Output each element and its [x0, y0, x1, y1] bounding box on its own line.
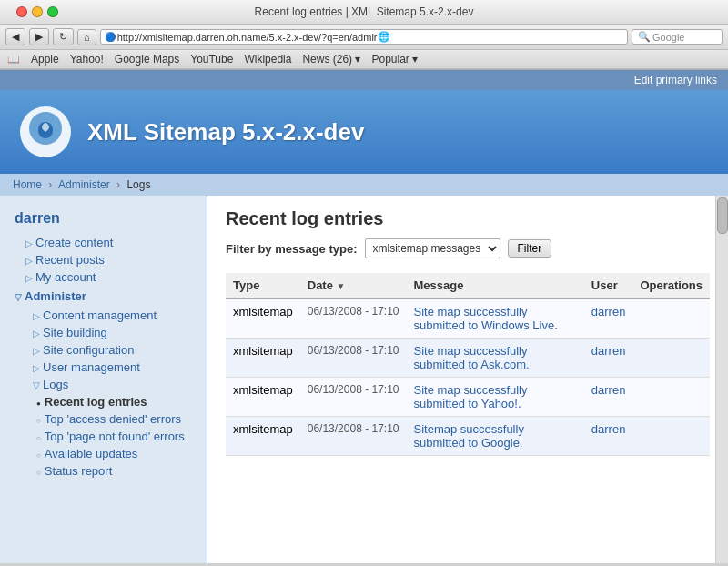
bookmark-news[interactable]: News (26) ▾ — [302, 53, 360, 66]
administer-triangle: ▽ — [15, 292, 22, 302]
search-bar[interactable]: 🔍 Google — [632, 29, 723, 45]
filter-bar: Filter by message type: xmlsitemap messa… — [226, 238, 710, 258]
table-row: xmlsitemap 06/13/2008 - 17:10 Sitemap su… — [226, 417, 710, 456]
page-title: Recent log entries — [226, 208, 710, 229]
cell-operations — [632, 417, 710, 456]
sidebar-logs[interactable]: ▽Logs — [15, 376, 207, 393]
message-link[interactable]: Site map successfully submitted to Windo… — [414, 305, 558, 332]
title-bar: Recent log entries | XML Sitemap 5.x-2.x… — [0, 0, 728, 25]
cell-date: 06/13/2008 - 17:10 — [300, 378, 407, 417]
drupal-logo — [18, 105, 73, 159]
table-row: xmlsitemap 06/13/2008 - 17:10 Site map s… — [226, 339, 710, 378]
cell-type: xmlsitemap — [226, 339, 300, 378]
cell-message: Site map successfully submitted to Windo… — [407, 298, 584, 339]
bookmark-youtube[interactable]: YouTube — [190, 53, 233, 66]
close-button[interactable] — [16, 6, 27, 17]
sidebar-recent-posts[interactable]: ▷Recent posts — [7, 251, 207, 268]
breadcrumb-logs: Logs — [126, 178, 150, 191]
content-area: Recent log entries Filter by message typ… — [207, 196, 728, 469]
sort-arrow: ▼ — [337, 281, 346, 291]
sidebar: darren ▷Create content ▷Recent posts ▷My… — [0, 196, 207, 563]
search-placeholder: Google — [652, 32, 684, 43]
window-controls — [16, 6, 58, 17]
filter-button[interactable]: Filter — [508, 239, 552, 258]
message-link[interactable]: Sitemap successfully submitted to Google… — [414, 422, 524, 450]
sidebar-page-not-found[interactable]: ○Top 'page not found' errors — [33, 428, 207, 445]
content-wrapper: Recent log entries Filter by message typ… — [207, 196, 728, 563]
bookmark-google-maps[interactable]: Google Maps — [115, 53, 179, 66]
cell-type: xmlsitemap — [226, 417, 300, 456]
sidebar-content-management[interactable]: ▷Content management — [15, 307, 207, 324]
user-link[interactable]: darren — [592, 344, 626, 358]
table-row: xmlsitemap 06/13/2008 - 17:10 Site map s… — [226, 378, 710, 417]
cell-type: xmlsitemap — [226, 378, 300, 417]
address-icon: 🔵 — [105, 32, 116, 42]
reload-button[interactable]: ↻ — [53, 28, 74, 45]
bookmark-apple[interactable]: Apple — [31, 53, 59, 66]
home-button[interactable]: ⌂ — [77, 29, 96, 45]
maximize-button[interactable] — [47, 6, 58, 17]
cell-user: darren — [584, 298, 633, 339]
breadcrumb-administer[interactable]: Administer — [58, 178, 110, 191]
sidebar-access-denied[interactable]: ○Top 'access denied' errors — [33, 410, 207, 428]
cell-type: xmlsitemap — [226, 298, 300, 339]
back-button[interactable]: ◀ — [5, 28, 25, 45]
cell-message: Site map successfully submitted to Yahoo… — [407, 378, 584, 417]
site-title: XML Sitemap 5.x-2.x-dev — [87, 118, 364, 147]
user-link[interactable]: darren — [592, 305, 626, 318]
browser-chrome: Recent log entries | XML Sitemap 5.x-2.x… — [0, 0, 728, 70]
forward-button[interactable]: ▶ — [29, 28, 49, 45]
site-header: XML Sitemap 5.x-2.x-dev — [0, 90, 728, 174]
sidebar-my-account[interactable]: ▷My account — [7, 268, 207, 286]
bookmark-wikipedia[interactable]: Wikipedia — [244, 53, 291, 66]
bookmark-popular[interactable]: Popular ▾ — [371, 53, 418, 66]
col-date[interactable]: Date ▼ — [300, 273, 407, 298]
col-user: User — [584, 273, 633, 298]
message-link[interactable]: Site map successfully submitted to Ask.c… — [414, 344, 530, 371]
sidebar-site-building[interactable]: ▷Site building — [15, 324, 207, 341]
sidebar-available-updates[interactable]: ○Available updates — [33, 445, 207, 462]
col-type: Type — [226, 273, 300, 298]
sidebar-site-configuration[interactable]: ▷Site configuration — [15, 341, 207, 359]
breadcrumb-home[interactable]: Home — [13, 178, 42, 191]
scrollbar-track[interactable] — [715, 196, 728, 563]
top-admin-bar: Edit primary links — [0, 70, 728, 90]
address-favicon: 🌐 — [378, 31, 390, 43]
col-operations: Operations — [632, 273, 710, 298]
cell-user: darren — [584, 417, 633, 456]
minimize-button[interactable] — [32, 6, 43, 17]
col-message: Message — [407, 273, 584, 298]
user-link[interactable]: darren — [592, 422, 626, 436]
page-wrapper: Edit primary links XML Sitemap 5.x-2.x-d… — [0, 70, 728, 563]
filter-select[interactable]: xmlsitemap messages — [365, 238, 500, 258]
bookmark-icon: 📖 — [7, 54, 20, 66]
user-link[interactable]: darren — [592, 383, 626, 397]
sidebar-status-report[interactable]: ○Status report — [33, 462, 207, 480]
message-link[interactable]: Site map successfully submitted to Yahoo… — [414, 383, 528, 410]
main-layout: darren ▷Create content ▷Recent posts ▷My… — [0, 196, 728, 563]
edit-primary-links[interactable]: Edit primary links — [634, 74, 717, 86]
table-row: xmlsitemap 06/13/2008 - 17:10 Site map s… — [226, 298, 710, 339]
bookmark-yahoo[interactable]: Yahoo! — [70, 53, 104, 66]
bookmarks-bar: 📖 Apple Yahoo! Google Maps YouTube Wikip… — [0, 50, 728, 69]
sidebar-create-content[interactable]: ▷Create content — [7, 234, 207, 251]
nav-bar: ◀ ▶ ↻ ⌂ 🔵 http://xmlsitemap.darren.oh.na… — [0, 25, 728, 50]
sidebar-user-management[interactable]: ▷User management — [15, 359, 207, 376]
cell-message: Sitemap successfully submitted to Google… — [407, 417, 584, 456]
sidebar-administer[interactable]: ▽Administer — [0, 286, 207, 307]
breadcrumb-sep-1: › — [48, 178, 52, 191]
log-table: Type Date ▼ Message User Operations xmls… — [226, 273, 710, 456]
address-text: http://xmlsitemap.darren.oh.name/5.x-2.x… — [117, 32, 378, 43]
breadcrumb-sep-2: › — [116, 178, 120, 191]
cell-operations — [632, 298, 710, 339]
cell-operations — [632, 378, 710, 417]
scrollbar-thumb[interactable] — [717, 197, 728, 234]
cell-message: Site map successfully submitted to Ask.c… — [407, 339, 584, 378]
browser-title: Recent log entries | XML Sitemap 5.x-2.x… — [255, 5, 474, 18]
address-bar[interactable]: 🔵 http://xmlsitemap.darren.oh.name/5.x-2… — [100, 29, 628, 45]
cell-user: darren — [584, 378, 633, 417]
cell-user: darren — [584, 339, 633, 378]
sidebar-recent-log-entries[interactable]: ●Recent log entries — [33, 393, 207, 410]
filter-label: Filter by message type: — [226, 242, 358, 256]
search-icon: 🔍 — [638, 31, 651, 43]
